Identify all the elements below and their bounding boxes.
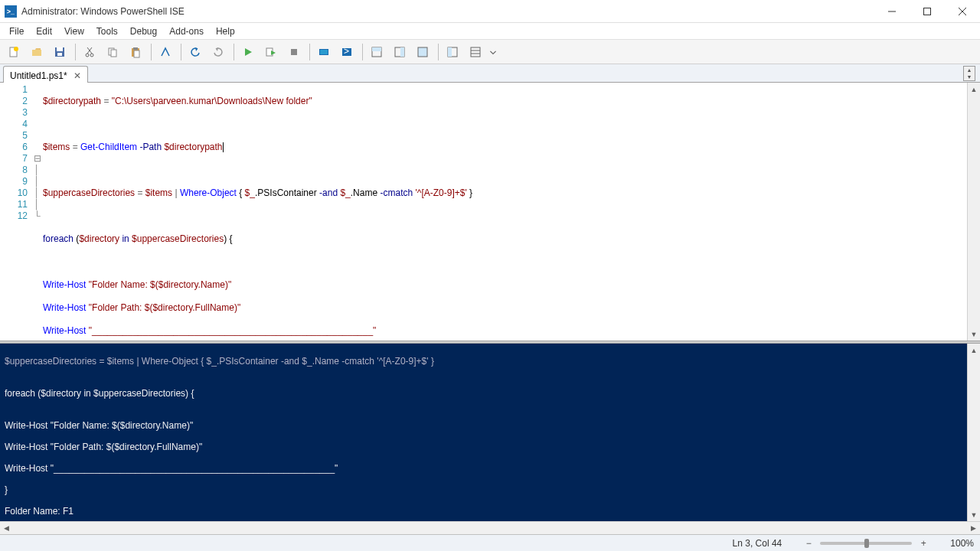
svg-text:>_: >_: [344, 46, 353, 57]
fold-toggle-icon[interactable]: ⊟: [34, 153, 41, 165]
open-button[interactable]: [26, 42, 47, 62]
cursor-position: Ln 3, Col 44: [733, 538, 782, 549]
svg-rect-28: [418, 47, 427, 57]
console-output[interactable]: $uppercaseDirectories = $items | Where-O…: [0, 344, 967, 521]
show-script-pane-top-button[interactable]: [366, 42, 387, 62]
copy-button[interactable]: [102, 42, 123, 62]
menu-file[interactable]: File: [3, 24, 30, 39]
toolbar-options-button[interactable]: [488, 42, 498, 62]
clear-console-button[interactable]: [155, 42, 176, 62]
cut-button[interactable]: [79, 42, 100, 62]
scroll-up-icon[interactable]: ▲: [968, 344, 980, 357]
text-caret: [223, 142, 224, 152]
stop-button[interactable]: [283, 42, 305, 62]
undo-button[interactable]: [185, 42, 206, 62]
svg-rect-8: [57, 53, 62, 56]
svg-rect-7: [57, 47, 63, 51]
svg-rect-30: [448, 47, 452, 57]
script-editor[interactable]: 123456789101112 ⊟││││└ $directorypath = …: [0, 83, 980, 341]
console-pane[interactable]: $uppercaseDirectories = $items | Where-O…: [0, 344, 980, 521]
tab-label: Untitled1.ps1*: [10, 70, 67, 81]
menu-bar: File Edit View Tools Debug Add-ons Help: [0, 23, 980, 40]
close-button[interactable]: [945, 0, 980, 23]
chevron-up-icon: ▲: [964, 67, 975, 73]
menu-tools[interactable]: Tools: [90, 24, 124, 39]
scroll-down-icon[interactable]: ▼: [968, 328, 980, 341]
zoom-slider[interactable]: [820, 542, 912, 545]
start-powershell-button[interactable]: >_: [336, 42, 358, 62]
maximize-button[interactable]: [910, 0, 945, 23]
show-script-pane-max-button[interactable]: [412, 42, 433, 62]
console-hscrollbar[interactable]: ◀ ▶: [0, 521, 980, 534]
menu-addons[interactable]: Add-ons: [163, 24, 210, 39]
menu-view[interactable]: View: [58, 24, 90, 39]
scroll-right-icon[interactable]: ▶: [967, 522, 980, 535]
svg-rect-31: [471, 47, 480, 57]
run-script-button[interactable]: [237, 42, 259, 62]
svg-rect-17: [134, 51, 139, 57]
script-tab[interactable]: Untitled1.ps1* ✕: [3, 66, 88, 83]
chevron-down-icon: ▼: [964, 73, 975, 80]
zoom-thumb[interactable]: [864, 539, 869, 548]
svg-rect-27: [400, 47, 404, 57]
svg-rect-1: [924, 8, 931, 15]
show-script-pane-right-button[interactable]: [389, 42, 410, 62]
run-selection-button[interactable]: [260, 42, 282, 62]
zoom-out-button[interactable]: −: [803, 538, 814, 549]
menu-debug[interactable]: Debug: [124, 24, 163, 39]
save-button[interactable]: [49, 42, 70, 62]
show-command-addon-button[interactable]: [465, 42, 486, 62]
app-icon: >_: [5, 5, 17, 18]
zoom-in-button[interactable]: +: [918, 538, 929, 549]
scroll-up-icon[interactable]: ▲: [968, 83, 980, 96]
line-gutter: 123456789101112: [0, 83, 34, 341]
svg-rect-25: [372, 47, 381, 51]
minimize-button[interactable]: [874, 0, 910, 23]
svg-rect-19: [291, 49, 297, 55]
svg-rect-14: [111, 50, 116, 57]
title-bar: >_ Administrator: Windows PowerShell ISE: [0, 0, 980, 23]
svg-point-5: [14, 47, 18, 51]
menu-edit[interactable]: Edit: [30, 24, 58, 39]
fold-column: ⊟││││└: [34, 83, 41, 341]
console-vscrollbar[interactable]: ▲ ▼: [967, 344, 980, 521]
redo-button[interactable]: [207, 42, 229, 62]
scroll-down-icon[interactable]: ▼: [968, 508, 980, 521]
editor-vscrollbar[interactable]: ▲ ▼: [967, 83, 980, 341]
window-title: Administrator: Windows PowerShell ISE: [21, 6, 874, 17]
status-bar: Ln 3, Col 44 − + 100%: [0, 534, 980, 551]
tab-close-icon[interactable]: ✕: [72, 70, 83, 81]
svg-rect-16: [133, 47, 138, 50]
script-pane-toggle[interactable]: ▲ ▼: [963, 66, 975, 81]
tab-bar: Untitled1.ps1* ✕ ▲ ▼: [0, 64, 980, 83]
paste-button[interactable]: [125, 42, 146, 62]
code-area[interactable]: $directorypath = "C:\Users\parveen.kumar…: [41, 83, 967, 341]
toolbar: >_: [0, 40, 980, 64]
new-button[interactable]: [3, 42, 24, 62]
svg-rect-21: [320, 50, 328, 54]
svg-point-10: [90, 54, 93, 57]
new-remote-tab-button[interactable]: [313, 42, 335, 62]
scroll-left-icon[interactable]: ◀: [0, 522, 13, 535]
svg-point-9: [86, 54, 89, 57]
show-command-button[interactable]: [442, 42, 463, 62]
zoom-level: 100%: [950, 538, 974, 549]
menu-help[interactable]: Help: [210, 24, 241, 39]
